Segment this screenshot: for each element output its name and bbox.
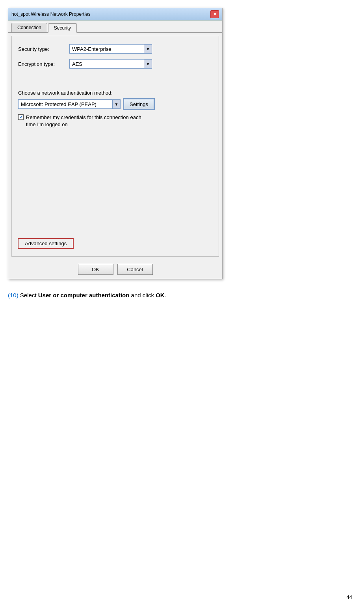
encryption-type-row: Encryption type: AES ▼ [18,59,212,69]
tab-security[interactable]: Security [48,23,77,33]
instruction-text: (10) Select User or computer authenticat… [8,291,356,300]
step-number: (10) [8,292,19,298]
encryption-type-label: Encryption type: [18,61,69,67]
settings-button[interactable]: Settings [124,99,154,109]
close-button[interactable]: ✕ [210,10,219,18]
tab-connection[interactable]: Connection [11,23,47,32]
ok-button[interactable]: OK [78,264,113,275]
security-type-row: Security type: WPA2-Enterprise ▼ [18,44,212,54]
window-title: hot_spot Wireless Network Properties [11,11,91,17]
tab-content: Security type: WPA2-Enterprise ▼ Encrypt… [11,36,219,257]
remember-credentials-row: ✔ Remember my credentials for this conne… [18,114,212,128]
dialog-window: hot_spot Wireless Network Properties ✕ C… [8,8,223,279]
cancel-button[interactable]: Cancel [117,264,153,275]
auth-method-dropdown-arrow: ▼ [112,100,120,108]
tab-bar: Connection Security [8,21,222,33]
auth-method-row: Microsoft: Protected EAP (PEAP) ▼ Settin… [18,99,212,109]
bold-text: User or computer authentication [38,292,130,298]
page-number: 44 [347,594,352,600]
bold-ok: OK [156,292,165,298]
advanced-settings-button[interactable]: Advanced settings [18,239,73,248]
encryption-type-dropdown[interactable]: AES ▼ [69,59,152,69]
encryption-type-dropdown-arrow: ▼ [144,60,152,68]
remember-credentials-checkbox[interactable]: ✔ [18,114,24,120]
security-type-dropdown[interactable]: WPA2-Enterprise ▼ [69,44,152,54]
title-bar: hot_spot Wireless Network Properties ✕ [8,8,222,21]
close-icon: ✕ [213,12,217,17]
auth-method-dropdown[interactable]: Microsoft: Protected EAP (PEAP) ▼ [18,99,121,109]
security-type-label: Security type: [18,46,69,52]
dialog-buttons: OK Cancel [8,260,222,279]
checkmark-icon: ✔ [19,115,23,120]
security-type-dropdown-arrow: ▼ [144,45,152,53]
remember-credentials-label: Remember my credentials for this connect… [26,114,141,128]
auth-section-label: Choose a network authentication method: [18,90,212,96]
